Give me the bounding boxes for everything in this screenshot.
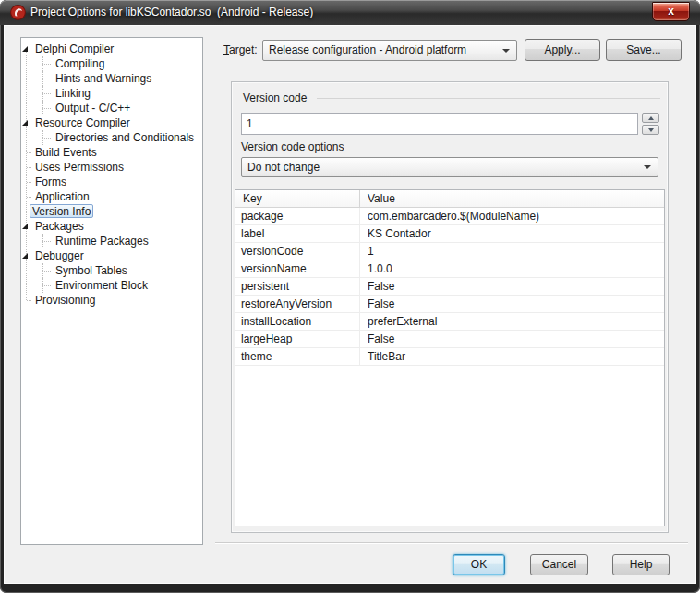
tree-item-environment-block[interactable]: Environment Block: [21, 278, 202, 293]
table-row[interactable]: versionCode1: [235, 243, 664, 260]
tree-item-label: Debugger: [32, 248, 87, 262]
value-cell[interactable]: TitleBar: [360, 348, 664, 365]
chevron-down-icon: [644, 165, 651, 169]
titlebar: Project Options for libKSContador.so (An…: [0, 0, 700, 25]
tree-item-compiling[interactable]: Compiling: [21, 56, 202, 71]
tree-item-output-c-c[interactable]: Output - C/C++: [21, 101, 202, 115]
value-cell[interactable]: 1.0.0: [360, 260, 664, 277]
version-code-spinner: [642, 113, 659, 135]
spinner-up-button[interactable]: [642, 113, 659, 123]
table-row[interactable]: restoreAnyVersionFalse: [235, 296, 664, 313]
tree-item-debugger[interactable]: Debugger: [21, 248, 202, 263]
version-info-table: Key Value packagecom.embarcadero.$(Modul…: [235, 189, 665, 526]
tree-item-packages[interactable]: Packages: [21, 219, 202, 234]
tree-item-delphi-compiler[interactable]: Delphi Compiler: [21, 42, 202, 56]
tree-item-directories-and-conditionals[interactable]: Directories and Conditionals: [21, 130, 202, 145]
tree-item-forms[interactable]: Forms: [21, 175, 202, 189]
arrow-up-icon: [648, 116, 654, 120]
chevron-down-icon: [502, 49, 510, 53]
tree-item-label: Compiling: [53, 56, 107, 70]
key-column-header[interactable]: Key: [235, 190, 360, 207]
key-cell[interactable]: persistent: [235, 278, 360, 295]
value-cell[interactable]: False: [360, 296, 664, 312]
tree-item-provisioning[interactable]: Provisioning: [21, 293, 202, 308]
table-row[interactable]: versionName1.0.0: [235, 260, 664, 278]
table-row[interactable]: largeHeapFalse: [235, 331, 664, 348]
key-cell[interactable]: versionName: [235, 260, 360, 277]
tree-item-uses-permissions[interactable]: Uses Permissions: [21, 160, 202, 175]
tree-item-version-info[interactable]: Version Info: [21, 204, 202, 219]
tree-item-label: Resource Compiler: [32, 115, 133, 129]
options-tree: Delphi CompilerCompilingHints and Warnin…: [20, 37, 203, 545]
window-title: Project Options for libKSContador.so (An…: [30, 0, 313, 25]
value-cell[interactable]: com.embarcadero.$(ModuleName): [360, 208, 664, 224]
target-combobox[interactable]: Release configuration - Android platform: [262, 40, 517, 61]
tree-item-label: Version Info: [30, 204, 93, 218]
tree-item-label: Uses Permissions: [32, 160, 127, 174]
tree-expanded-icon[interactable]: [22, 253, 28, 259]
table-row[interactable]: packagecom.embarcadero.$(ModuleName): [235, 208, 664, 225]
table-row[interactable]: themeTitleBar: [235, 348, 664, 366]
tree-expanded-icon[interactable]: [22, 46, 28, 52]
target-label: Target:: [223, 41, 258, 59]
tree-item-symbol-tables[interactable]: Symbol Tables: [21, 263, 202, 278]
tree-item-label: Symbol Tables: [53, 263, 130, 277]
tree-item-label: Delphi Compiler: [32, 42, 116, 55]
key-cell[interactable]: theme: [235, 348, 360, 365]
key-cell[interactable]: restoreAnyVersion: [235, 296, 360, 312]
tree-item-label: Packages: [32, 219, 87, 233]
kv-table-body: packagecom.embarcadero.$(ModuleName)labe…: [235, 208, 664, 366]
value-cell[interactable]: 1: [360, 243, 664, 260]
tree-item-label: Hints and Warnings: [53, 71, 154, 85]
tree-item-build-events[interactable]: Build Events: [21, 145, 202, 160]
arrow-down-icon: [648, 128, 654, 132]
key-cell[interactable]: versionCode: [235, 243, 360, 260]
tree-item-linking[interactable]: Linking: [21, 86, 202, 101]
tree-item-label: Linking: [53, 86, 93, 100]
tree-item-label: Application: [32, 189, 92, 203]
value-column-header[interactable]: Value: [360, 190, 664, 207]
close-icon: x: [668, 5, 674, 18]
tree-item-hints-and-warnings[interactable]: Hints and Warnings: [21, 71, 202, 86]
help-button[interactable]: Help: [612, 554, 670, 575]
key-cell[interactable]: installLocation: [235, 313, 360, 330]
value-cell[interactable]: KS Contador: [360, 225, 664, 242]
project-options-dialog: Project Options for libKSContador.so (An…: [0, 0, 700, 593]
version-code-options-combobox[interactable]: Do not change: [241, 157, 658, 177]
version-code-options-label: Version code options: [241, 140, 344, 153]
cancel-button[interactable]: Cancel: [530, 554, 588, 575]
ok-button[interactable]: OK: [453, 554, 505, 575]
value-cell[interactable]: preferExternal: [360, 313, 664, 330]
dialog-client-area: Delphi CompilerCompilingHints and Warnin…: [4, 25, 696, 584]
tree-expanded-icon[interactable]: [22, 224, 28, 229]
tree-item-label: Provisioning: [32, 293, 98, 307]
save-button[interactable]: Save...: [606, 39, 682, 61]
table-row[interactable]: labelKS Contador: [235, 225, 664, 243]
tree-item-label: Directories and Conditionals: [53, 130, 197, 144]
tree-item-resource-compiler[interactable]: Resource Compiler: [21, 115, 202, 130]
table-row[interactable]: persistentFalse: [235, 278, 664, 296]
value-cell[interactable]: False: [360, 278, 664, 295]
footer-divider: [215, 542, 688, 544]
spinner-down-button[interactable]: [642, 125, 659, 135]
tree-expanded-icon[interactable]: [22, 120, 28, 126]
key-cell[interactable]: package: [235, 208, 360, 224]
version-info-panel: Version code 1 Version code options Do n…: [231, 81, 669, 533]
value-cell[interactable]: False: [360, 331, 664, 347]
tree-item-label: Runtime Packages: [53, 234, 151, 248]
tree-item-runtime-packages[interactable]: Runtime Packages: [21, 234, 202, 248]
apply-button[interactable]: Apply...: [525, 39, 600, 61]
close-button[interactable]: x: [652, 2, 690, 21]
target-combobox-value: Release configuration - Android platform: [269, 43, 466, 56]
delphi-app-icon: [10, 5, 26, 20]
target-label-rest: arget:: [229, 43, 258, 56]
key-cell[interactable]: largeHeap: [235, 331, 360, 347]
key-cell[interactable]: label: [235, 225, 360, 242]
version-code-input[interactable]: 1: [241, 113, 638, 135]
groupbox-line: [317, 98, 660, 99]
tree-item-label: Forms: [32, 175, 69, 188]
tree-item-application[interactable]: Application: [21, 189, 202, 204]
table-header-row: Key Value: [235, 190, 664, 208]
table-row[interactable]: installLocationpreferExternal: [235, 313, 664, 331]
tree-item-label: Output - C/C++: [53, 101, 133, 115]
